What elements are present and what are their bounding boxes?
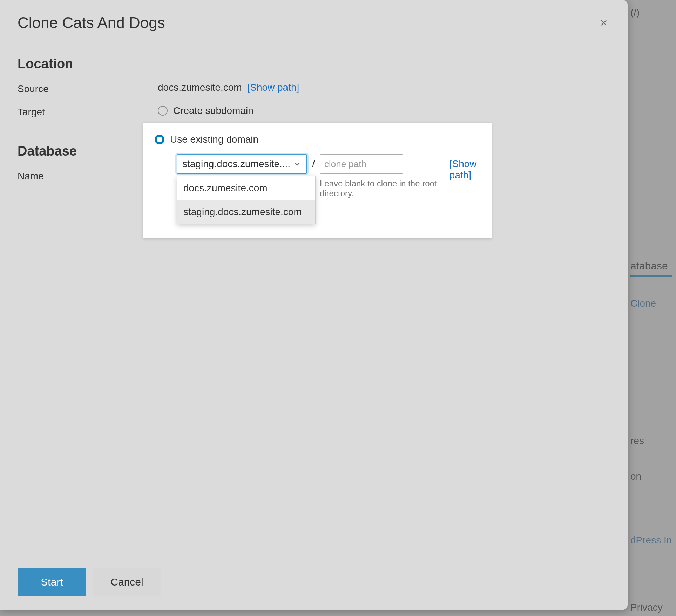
domain-dropdown-list: docs.zumesite.com staging.docs.zumesite.… (177, 176, 316, 224)
domain-option-1[interactable]: staging.docs.zumesite.com (177, 200, 315, 224)
close-icon (599, 18, 609, 28)
radio-label-create-subdomain: Create subdomain (173, 105, 253, 116)
domain-select-value: staging.docs.zumesite.... (182, 158, 290, 170)
radio-icon-checked (155, 135, 164, 144)
path-separator: / (312, 154, 315, 170)
location-heading: Location (18, 56, 610, 71)
modal-body: Location Source docs.zumesite.com [Show … (18, 42, 610, 555)
clone-modal: Clone Cats And Dogs Location Source docs… (0, 0, 628, 610)
radio-create-subdomain[interactable]: Create subdomain (158, 105, 610, 116)
radio-label-use-existing: Use existing domain (170, 134, 258, 145)
domain-select[interactable]: staging.docs.zumesite.... (177, 154, 307, 174)
close-button[interactable] (597, 16, 610, 29)
clone-path-input[interactable] (320, 154, 403, 174)
source-row: Source docs.zumesite.com [Show path] (18, 82, 610, 95)
radio-use-existing-domain[interactable]: Use existing domain (155, 134, 258, 145)
radio-icon-unchecked (158, 106, 168, 116)
modal-footer: Start Cancel (18, 555, 610, 596)
clone-path-hint: Leave blank to clone in the root directo… (320, 179, 445, 198)
db-name-label: Name (18, 169, 158, 189)
source-show-path-link[interactable]: [Show path] (247, 82, 299, 93)
target-row: Target Create subdomain (18, 105, 610, 123)
source-domain: docs.zumesite.com (158, 82, 242, 93)
modal-title: Clone Cats And Dogs (18, 14, 165, 32)
modal-header: Clone Cats And Dogs (18, 14, 610, 42)
chevron-down-icon (293, 160, 302, 168)
target-label: Target (18, 105, 158, 123)
start-button[interactable]: Start (18, 568, 86, 596)
domain-option-0[interactable]: docs.zumesite.com (177, 176, 315, 200)
source-label: Source (18, 82, 158, 95)
cancel-button[interactable]: Cancel (93, 568, 161, 596)
target-show-path-link[interactable]: [Show path] (449, 154, 492, 181)
